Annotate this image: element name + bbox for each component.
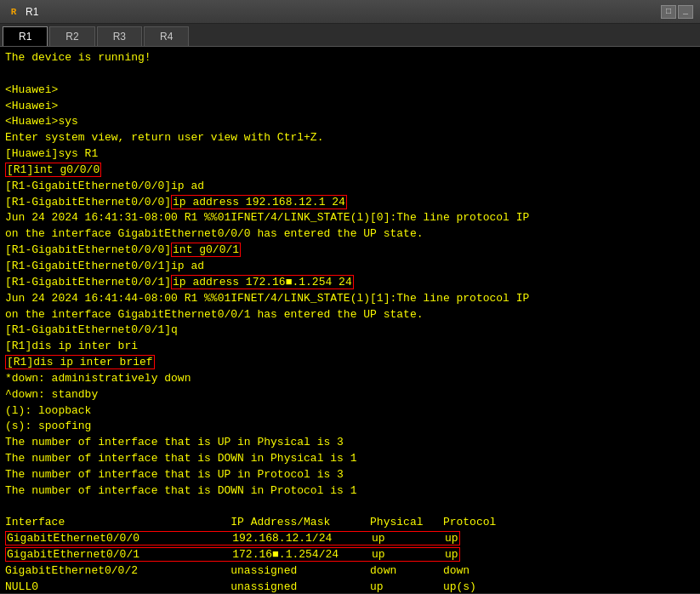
table-row-1: GigabitEthernet0/0/0 192.168.12.1/24 up … [5,531,695,547]
line-29 [5,500,695,516]
line-24: (s): spoofing [5,419,695,435]
line-14: [R1-GigabitEthernet0/0/1]ip ad [5,259,695,275]
line-1: The device is running! [5,50,695,66]
table-row-2: GigabitEthernet0/0/1 172.16■.1.254/24 up… [5,547,695,563]
line-13: [R1-GigabitEthernet0/0/0]int g0/0/1 [5,243,695,259]
tabs-bar: R1 R2 R3 R4 [0,24,700,47]
maximize-button[interactable]: □ [661,5,676,19]
title-bar-controls: □ _ [661,5,693,19]
tab-r3[interactable]: R3 [97,26,142,46]
line-19: [R1]dis ip inter bri [5,339,695,355]
line-23: (l): loopback [5,403,695,420]
table-row-3: GigabitEthernet0/0/2 unassigned down dow… [5,563,695,580]
line-21: *down: administratively down [5,371,695,387]
tab-r4[interactable]: R4 [144,26,189,46]
terminal: The device is running! <Huawei> <Huawei>… [0,47,700,593]
line-9: [R1-GigabitEthernet0/0/0]ip ad [5,179,695,195]
table-row-4: NULL0 unassigned up up(s) [5,580,695,593]
line-25: The number of interface that is UP in Ph… [5,435,695,451]
minimize-button[interactable]: _ [678,5,693,19]
line-5: <Huawei>sys [5,114,695,130]
line-7: [Huawei]sys R1 [5,146,695,163]
line-20: [R1]dis ip inter brief [5,355,695,371]
table-header: Interface IP Address/Mask Physical Proto… [5,515,695,531]
line-12: on the interface GigabitEthernet0/0/0 ha… [5,226,695,243]
line-10: [R1-GigabitEthernet0/0/0]ip address 192.… [5,195,695,211]
title-text: R1 [26,6,661,18]
line-27: The number of interface that is UP in Pr… [5,467,695,483]
line-26: The number of interface that is DOWN in … [5,451,695,467]
line-2 [5,66,695,83]
title-bar: R R1 □ _ [0,0,700,24]
line-22: ^down: standby [5,387,695,403]
line-28: The number of interface that is DOWN in … [5,483,695,500]
title-icon: R [7,5,20,19]
line-6: Enter system view, return user view with… [5,130,695,146]
line-8: [R1]int g0/0/0 [5,163,695,179]
line-15: [R1-GigabitEthernet0/0/1]ip address 172.… [5,275,695,291]
line-3: <Huawei> [5,83,695,99]
line-4: <Huawei> [5,99,695,115]
line-18: [R1-GigabitEthernet0/0/1]q [5,323,695,339]
line-16: Jun 24 2024 16:41:44-08:00 R1 %%01IFNET/… [5,291,695,307]
line-11: Jun 24 2024 16:41:31-08:00 R1 %%01IFNET/… [5,210,695,226]
tab-r2[interactable]: R2 [49,26,94,46]
line-17: on the interface GigabitEthernet0/0/1 ha… [5,307,695,323]
tab-r1[interactable]: R1 [3,26,48,46]
